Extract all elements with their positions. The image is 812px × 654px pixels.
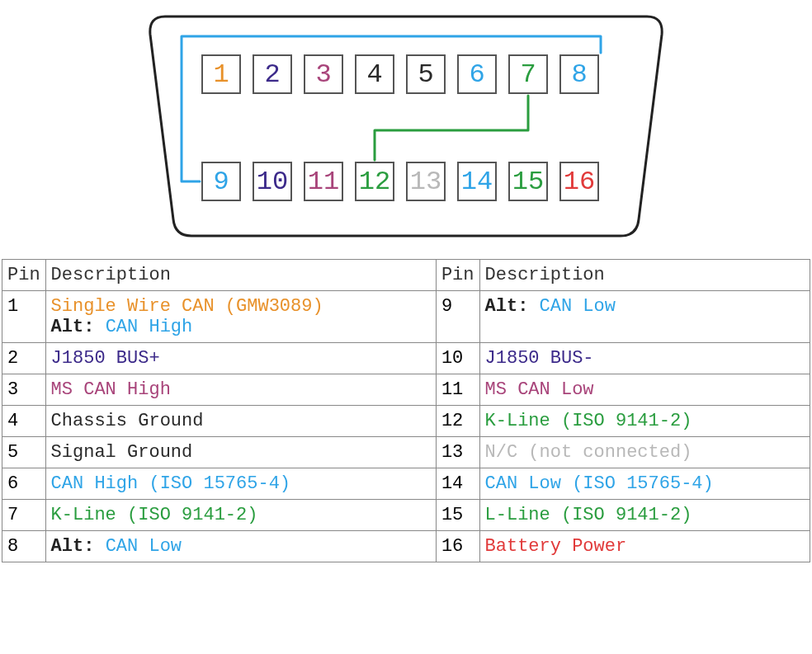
desc-cell: Single Wire CAN (GMW3089)Alt: CAN High — [45, 291, 436, 343]
desc-cell: K-Line (ISO 9141-2) — [479, 406, 810, 437]
pin-cell: 15 — [436, 500, 479, 531]
pin-5: 5 — [406, 54, 446, 94]
table-row: 3MS CAN High11MS CAN Low — [2, 374, 810, 406]
desc-cell: Signal Ground — [45, 437, 436, 468]
pin-cell: 6 — [2, 468, 46, 500]
desc-cell: K-Line (ISO 9141-2) — [45, 500, 436, 531]
pin-cell: 14 — [436, 468, 479, 500]
pin-4: 4 — [355, 54, 394, 94]
pin-cell: 12 — [436, 406, 479, 437]
pin-cell: 13 — [436, 437, 479, 468]
pin-9: 9 — [201, 162, 241, 201]
pin-7: 7 — [508, 54, 548, 94]
pin-cell: 7 — [2, 500, 46, 531]
col-desc-right: Description — [479, 260, 810, 291]
pin-1: 1 — [201, 54, 241, 94]
pin-cell: 5 — [2, 437, 46, 468]
desc-cell: Chassis Ground — [45, 406, 436, 437]
pin-6: 6 — [457, 54, 497, 94]
desc-cell: N/C (not connected) — [479, 437, 810, 468]
table-row: 4Chassis Ground12K-Line (ISO 9141-2) — [2, 406, 810, 437]
table-row: 1Single Wire CAN (GMW3089)Alt: CAN High9… — [2, 291, 810, 343]
table-row: 8Alt: CAN Low16Battery Power — [2, 531, 810, 562]
connector-outline — [142, 7, 670, 246]
desc-cell: Battery Power — [479, 531, 810, 562]
desc-cell: J1850 BUS+ — [45, 343, 436, 374]
pin-cell: 10 — [436, 343, 479, 374]
pin-cell: 16 — [436, 531, 479, 562]
connector-diagram: 1 2 3 4 5 6 7 8 9 10 11 12 13 14 15 16 — [0, 0, 812, 246]
table-row: 5Signal Ground13N/C (not connected) — [2, 437, 810, 468]
pin-3: 3 — [304, 54, 343, 94]
desc-cell: MS CAN High — [45, 374, 436, 406]
table-row: 6CAN High (ISO 15765-4)14CAN Low (ISO 15… — [2, 468, 810, 500]
desc-cell: Alt: CAN Low — [479, 291, 810, 343]
desc-cell: MS CAN Low — [479, 374, 810, 406]
desc-cell: Alt: CAN Low — [45, 531, 436, 562]
pin-cell: 1 — [2, 291, 46, 343]
pin-10: 10 — [253, 162, 292, 201]
table-row: 7K-Line (ISO 9141-2)15L-Line (ISO 9141-2… — [2, 500, 810, 531]
col-pin-right: Pin — [436, 260, 479, 291]
pin-cell: 11 — [436, 374, 479, 406]
col-pin-left: Pin — [2, 260, 46, 291]
pin-cell: 8 — [2, 531, 46, 562]
pin-row-bottom: 9 10 11 12 13 14 15 16 — [201, 162, 599, 201]
pin-cell: 9 — [436, 291, 479, 343]
pin-row-top: 1 2 3 4 5 6 7 8 — [201, 54, 599, 94]
desc-cell: L-Line (ISO 9141-2) — [479, 500, 810, 531]
pin-cell: 2 — [2, 343, 46, 374]
pin-cell: 4 — [2, 406, 46, 437]
pin-12: 12 — [355, 162, 394, 201]
pin-8: 8 — [559, 54, 599, 94]
pin-2: 2 — [253, 54, 292, 94]
desc-cell: J1850 BUS- — [479, 343, 810, 374]
desc-cell: CAN High (ISO 15765-4) — [45, 468, 436, 500]
pin-cell: 3 — [2, 374, 46, 406]
pin-11: 11 — [304, 162, 343, 201]
pin-15: 15 — [508, 162, 548, 201]
pin-16: 16 — [559, 162, 599, 201]
pin-13: 13 — [406, 162, 446, 201]
table-row: 2J1850 BUS+10J1850 BUS- — [2, 343, 810, 374]
pinout-table: Pin Description Pin Description 1Single … — [2, 259, 810, 562]
pin-14: 14 — [457, 162, 497, 201]
col-desc-left: Description — [45, 260, 436, 291]
desc-cell: CAN Low (ISO 15765-4) — [479, 468, 810, 500]
table-header-row: Pin Description Pin Description — [2, 260, 810, 291]
